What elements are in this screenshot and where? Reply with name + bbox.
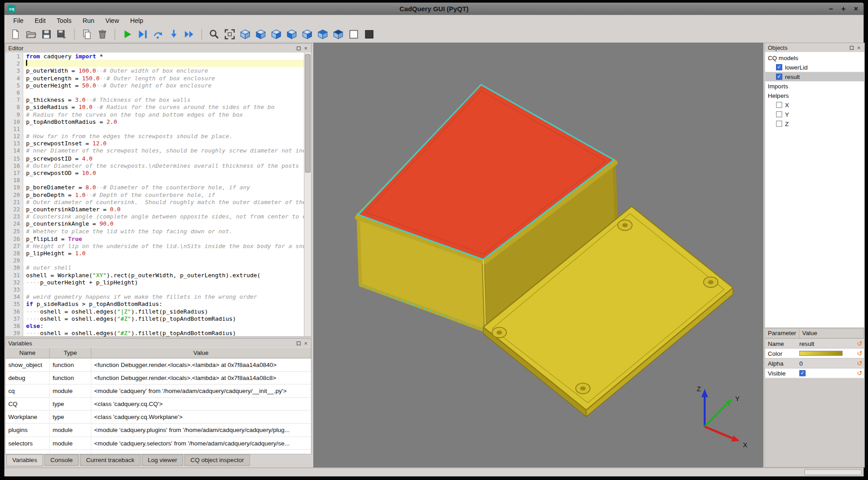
code-line-18[interactable]: 18 bbox=[5, 177, 304, 184]
param-column-header-value[interactable]: Value bbox=[799, 329, 864, 338]
left-view-button[interactable] bbox=[285, 28, 298, 41]
right-view-button[interactable] bbox=[301, 28, 314, 41]
editor-scrollbar-thumb[interactable] bbox=[305, 54, 311, 173]
code-line-34[interactable]: 34# weird geometry happens if we make th… bbox=[5, 293, 304, 301]
tree-group-imports[interactable]: Imports bbox=[765, 81, 864, 91]
code-line-6[interactable]: 6 bbox=[5, 89, 304, 96]
variable-row[interactable]: selectorsmodule<module 'cadquery.selecto… bbox=[5, 437, 311, 450]
code-line-29[interactable]: 29 bbox=[5, 257, 304, 264]
variable-row[interactable]: Workplanetype<class 'cadquery.cq.Workpla… bbox=[5, 411, 311, 424]
code-line-31[interactable]: 31oshell = Workplane("XY").rect(p_outerW… bbox=[5, 271, 304, 279]
variable-row[interactable]: CQtype<class 'cadquery.cq.CQ'> bbox=[5, 398, 311, 411]
code-line-13[interactable]: 13p_screwpostInset = 12.0 bbox=[5, 140, 304, 147]
revert-icon[interactable]: ↺ bbox=[855, 369, 864, 377]
code-line-16[interactable]: 16# Outer Diameter of the screwposts.\nD… bbox=[5, 162, 304, 169]
continue-button[interactable] bbox=[183, 28, 196, 41]
code-line-20[interactable]: 20p_boreDepth = 1.0··# Depth of the coun… bbox=[5, 191, 304, 198]
code-line-27[interactable]: 27# Height of lip on the underside of th… bbox=[5, 242, 304, 249]
menu-run[interactable]: Run bbox=[77, 16, 100, 25]
tree-item-result[interactable]: ✓result bbox=[765, 72, 864, 81]
param-column-header-parameter[interactable]: Parameter bbox=[765, 329, 799, 338]
code-line-39[interactable]: 39····oshell = oshell.edges("#Z").fillet… bbox=[5, 330, 304, 336]
minimize-button[interactable]: – bbox=[829, 3, 833, 15]
code-line-10[interactable]: 10p_topAndBottomRadius = 2.0 bbox=[5, 118, 304, 126]
column-header-name[interactable]: Name bbox=[5, 348, 50, 358]
code-line-38[interactable]: 38else: bbox=[5, 323, 304, 330]
code-line-14[interactable]: 14# nner Diameter of the screwpost holes… bbox=[5, 148, 304, 155]
save-button[interactable] bbox=[40, 28, 53, 41]
revert-icon[interactable]: ↺ bbox=[855, 349, 864, 357]
menu-edit[interactable]: Edit bbox=[29, 16, 51, 25]
revert-icon[interactable]: ↺ bbox=[855, 359, 864, 367]
checkbox[interactable]: ✓ bbox=[776, 64, 782, 70]
code-line-21[interactable]: 21# Outer diameter of countersink. Shoul… bbox=[5, 198, 304, 205]
revert-icon[interactable]: ↺ bbox=[855, 340, 864, 347]
iso-view-button[interactable] bbox=[239, 28, 252, 41]
code-line-12[interactable]: 12# How far in from the edges the screwp… bbox=[5, 133, 304, 140]
menu-view[interactable]: View bbox=[100, 16, 124, 25]
visible-checkbox[interactable]: ✓ bbox=[799, 370, 806, 376]
run-button[interactable] bbox=[121, 28, 134, 41]
fit-all-button[interactable] bbox=[223, 28, 237, 41]
code-line-36[interactable]: 36····oshell = oshell.edges("|Z").fillet… bbox=[5, 308, 304, 315]
code-area[interactable]: 1from cadquery import *23p_outerWidth = … bbox=[5, 52, 304, 336]
titlebar[interactable]: cq CadQuery GUI (PyQT) – + × bbox=[4, 3, 864, 15]
code-line-9[interactable]: 9# Radius for the curves on the top and … bbox=[5, 111, 304, 118]
menu-file[interactable]: File bbox=[8, 16, 29, 25]
code-line-15[interactable]: 15p_screwpostID = 4.0 bbox=[5, 155, 304, 162]
code-line-37[interactable]: 37····oshell = oshell.edges("#Z").fillet… bbox=[5, 315, 304, 323]
variable-row[interactable]: debugfunction<function Debugger.render.<… bbox=[5, 371, 311, 384]
checkbox[interactable] bbox=[776, 121, 782, 127]
tree-group-cq-models[interactable]: CQ models bbox=[765, 53, 864, 62]
menu-help[interactable]: Help bbox=[125, 16, 149, 25]
tree-item-lowerlid[interactable]: ✓lowerLid bbox=[765, 62, 864, 72]
code-line-22[interactable]: 22p_countersinkDiameter = 0.0 bbox=[5, 206, 304, 213]
back-view-button[interactable] bbox=[270, 28, 283, 41]
param-row-visible[interactable]: Visible✓↺ bbox=[765, 368, 864, 378]
param-row-color[interactable]: Color↺ bbox=[765, 349, 864, 358]
code-line-23[interactable]: 23# Countersink angle (complete angle be… bbox=[5, 213, 304, 220]
objects-float-button[interactable] bbox=[848, 44, 855, 51]
code-line-17[interactable]: 17p_screwpostOD = 10.0 bbox=[5, 169, 304, 176]
code-line-2[interactable]: 2 bbox=[5, 60, 304, 67]
code-line-24[interactable]: 24p_countersinkAngle = 90.0 bbox=[5, 220, 304, 227]
editor-close-button[interactable]: × bbox=[302, 44, 309, 52]
tab-current-traceback[interactable]: Current traceback bbox=[80, 454, 140, 466]
variable-row[interactable]: cqmodule<module 'cadquery' from '/home/a… bbox=[5, 384, 311, 397]
menu-tools[interactable]: Tools bbox=[51, 16, 77, 25]
step-into-button[interactable] bbox=[167, 28, 180, 41]
save-as-button[interactable] bbox=[55, 28, 69, 41]
tab-console[interactable]: Console bbox=[44, 454, 79, 466]
code-line-5[interactable]: 5p_outerHeight = 50.0··# Outer height of… bbox=[5, 82, 304, 89]
open-file-button[interactable] bbox=[24, 28, 38, 41]
code-line-33[interactable]: 33 bbox=[5, 286, 304, 293]
code-line-30[interactable]: 30# outer shell bbox=[5, 264, 304, 271]
variables-close-button[interactable]: × bbox=[302, 340, 309, 347]
editor-float-button[interactable] bbox=[295, 44, 302, 52]
code-line-11[interactable]: 11 bbox=[5, 126, 304, 133]
param-row-alpha[interactable]: Alpha0↺ bbox=[765, 358, 864, 368]
new-file-button[interactable] bbox=[9, 28, 22, 41]
tree-item-z[interactable]: Z bbox=[765, 119, 864, 128]
tree-item-x[interactable]: X bbox=[765, 100, 864, 109]
copy-button[interactable] bbox=[80, 28, 94, 41]
close-button[interactable]: × bbox=[854, 3, 858, 15]
variable-row[interactable]: Planetype<class 'cadquery.occ_impl.geom.… bbox=[5, 450, 311, 454]
debug-button[interactable] bbox=[136, 28, 149, 41]
code-line-3[interactable]: 3p_outerWidth = 100.0··# Outer width of … bbox=[5, 67, 304, 74]
maximize-button[interactable]: + bbox=[842, 3, 846, 15]
step-over-button[interactable] bbox=[152, 28, 165, 41]
tree-group-helpers[interactable]: Helpers bbox=[765, 91, 864, 100]
code-line-28[interactable]: 28p_lipHeight = 1.0 bbox=[5, 249, 304, 257]
tree-item-y[interactable]: Y bbox=[765, 109, 864, 119]
checkbox[interactable] bbox=[776, 111, 782, 118]
tab-variables[interactable]: Variables bbox=[6, 454, 44, 467]
delete-button[interactable] bbox=[96, 28, 109, 41]
checkbox[interactable]: ✓ bbox=[776, 74, 782, 80]
column-header-type[interactable]: Type bbox=[50, 348, 92, 358]
editor-scrollbar[interactable] bbox=[304, 52, 311, 336]
checkbox[interactable] bbox=[776, 102, 782, 108]
code-line-26[interactable]: 26p_flipLid = True bbox=[5, 235, 304, 242]
code-line-4[interactable]: 4p_outerLength = 150.0··# Outer length o… bbox=[5, 74, 304, 82]
column-header-value[interactable]: Value bbox=[92, 348, 311, 358]
